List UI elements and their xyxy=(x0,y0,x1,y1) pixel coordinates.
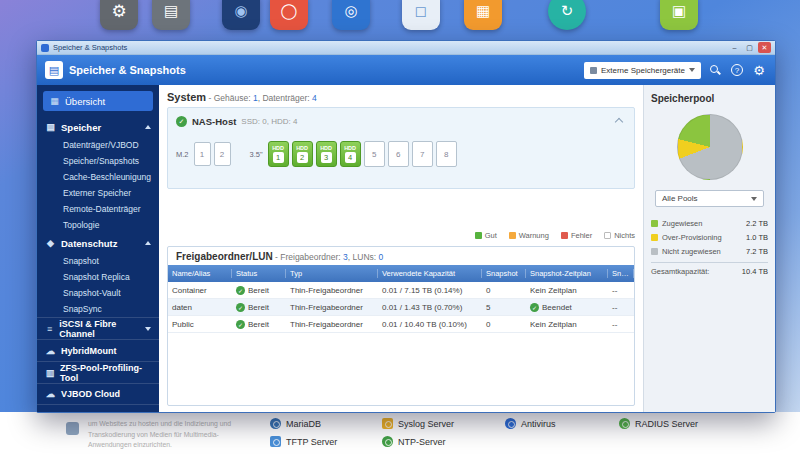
dock-icon-1[interactable] xyxy=(100,0,138,30)
background-app-icon xyxy=(66,422,79,435)
status-text: Bereit xyxy=(248,320,269,329)
allocated-swatch-icon xyxy=(651,220,658,227)
service-radius[interactable]: RADIUS Server xyxy=(619,418,698,429)
service-syslog[interactable]: Syslog Server xyxy=(382,418,454,429)
system-title: System xyxy=(167,91,206,103)
sidebar-item-zfs-pool-profiling-tool[interactable]: ZFS-Pool-Profiling-Tool xyxy=(37,361,159,383)
search-button[interactable] xyxy=(707,62,723,78)
sidebar-group-datenschutz[interactable]: Datenschutz xyxy=(37,233,159,253)
service-antivirus[interactable]: Antivirus xyxy=(505,418,556,429)
disk-slot-7[interactable]: 7 xyxy=(412,141,433,167)
service-label: TFTP Server xyxy=(286,437,337,447)
legend-zugewiesen: Zugewiesen 2.2 TB xyxy=(651,219,768,228)
sidebar-item-vjbod-cloud[interactable]: VJBOD Cloud xyxy=(37,383,159,405)
column-header-status[interactable]: Status xyxy=(232,269,286,278)
minimize-button[interactable] xyxy=(728,42,741,53)
sidebar-group-speicher[interactable]: Speicher xyxy=(37,117,159,137)
enclosure-panel: NAS-Host SSD: 0, HDD: 4 M.2 1 2 3.5" HDD… xyxy=(167,107,635,189)
sidebar-item-externer-speicher[interactable]: Externer Speicher xyxy=(37,185,159,201)
column-header-name[interactable]: Name/Alias xyxy=(168,269,232,278)
sidebar-item-snapshot[interactable]: Snapshot xyxy=(37,253,159,269)
cell-status: Bereit xyxy=(232,320,286,329)
iscsi-icon xyxy=(45,324,54,334)
hdd-slot-number: 2 xyxy=(297,152,308,163)
disk-slot-hdd-1[interactable]: HDD 1 xyxy=(268,141,289,167)
sidebar-item-label: Übersicht xyxy=(65,96,105,107)
help-button[interactable] xyxy=(729,62,745,78)
chevron-down-icon xyxy=(145,327,151,331)
gear-icon xyxy=(753,61,765,79)
service-mariadb[interactable]: MariaDB xyxy=(270,418,321,429)
folders-heading: Freigabeordner/LUN - Freigabeordner: 3, … xyxy=(168,247,634,265)
sidebar-item-iscsi-fibre-channel[interactable]: iSCSI & Fibre Channel xyxy=(37,317,159,339)
legend-gut: Gut xyxy=(475,231,497,240)
sidebar-item-datentraeger-vjbod[interactable]: Datenträger/VJBOD xyxy=(37,137,159,153)
disk-slot-m2-1[interactable]: 1 xyxy=(194,142,211,166)
settings-button[interactable] xyxy=(751,62,767,78)
disk-slot-8[interactable]: 8 xyxy=(436,141,457,167)
system-meta: - Gehäuse: xyxy=(206,93,253,103)
legend-value: 1.0 TB xyxy=(746,233,768,242)
legend-label: Nichts xyxy=(614,231,635,240)
cell-status: Bereit xyxy=(232,286,286,295)
service-label: RADIUS Server xyxy=(635,419,698,429)
sidebar-item-snapshot-replica[interactable]: Snapshot Replica xyxy=(37,269,159,285)
pool-selector[interactable]: Alle Pools xyxy=(655,190,764,207)
service-tftp[interactable]: TFTP Server xyxy=(270,436,337,447)
window-titlebar[interactable]: Speicher & Snapshots xyxy=(37,41,775,55)
column-header-typ[interactable]: Typ xyxy=(286,269,378,278)
dock-icon-4[interactable] xyxy=(270,0,308,30)
legend-value: 7.2 TB xyxy=(746,247,768,256)
legend-nichts: Nichts xyxy=(604,231,635,240)
hdd-slot-number: 3 xyxy=(321,152,332,163)
table-row[interactable]: daten Bereit Thin-Freigabeordner 0.01 / … xyxy=(168,299,634,316)
cell-type: Thin-Freigabeordner xyxy=(286,320,378,329)
sidebar-item-snapsync[interactable]: SnapSync xyxy=(37,301,159,317)
external-devices-button[interactable]: Externe Speichergeräte xyxy=(584,62,701,79)
dock-icon-5[interactable] xyxy=(332,0,370,30)
sidebar-item-remote-datentraeger[interactable]: Remote-Datenträger xyxy=(37,201,159,217)
dock-icon-9[interactable] xyxy=(660,0,698,30)
dock-icon-3[interactable] xyxy=(222,0,260,30)
dock-icon-8[interactable] xyxy=(548,0,586,30)
disk-slot-m2-2[interactable]: 2 xyxy=(214,142,231,166)
dock-icon-6[interactable] xyxy=(402,0,440,30)
data-protection-icon xyxy=(45,238,56,248)
dock-icon-2[interactable] xyxy=(152,0,190,30)
table-row[interactable]: Container Bereit Thin-Freigabeordner 0.0… xyxy=(168,282,634,299)
column-header-snapshot[interactable]: Snapshot xyxy=(482,269,526,278)
sidebar-item-cache-beschleunigung[interactable]: Cache-Beschleunigung xyxy=(37,169,159,185)
storage-icon xyxy=(45,122,56,132)
window-title: Speicher & Snapshots xyxy=(53,43,726,52)
disk-slot-hdd-3[interactable]: HDD 3 xyxy=(316,141,337,167)
column-header-replica[interactable]: Snapshot Replica xyxy=(608,269,634,278)
column-header-zeitplan[interactable]: Snapshot-Zeitplan xyxy=(526,269,608,278)
sidebar: Übersicht Speicher Datenträger/VJBOD Spe… xyxy=(37,85,159,412)
column-header-kapazitaet[interactable]: Verwendete Kapazität xyxy=(378,269,482,278)
chevron-up-icon xyxy=(145,125,151,129)
search-icon xyxy=(708,63,722,77)
hdd-slot-number: 1 xyxy=(273,152,284,163)
sidebar-item-hybridmount[interactable]: HybridMount xyxy=(37,339,159,361)
close-button[interactable] xyxy=(758,42,771,53)
sidebar-item-uebersicht[interactable]: Übersicht xyxy=(43,91,153,111)
cell-type: Thin-Freigabeordner xyxy=(286,303,378,312)
maximize-button[interactable] xyxy=(743,42,756,53)
shared-folders-panel: Freigabeordner/LUN - Freigabeordner: 3, … xyxy=(167,246,635,406)
hybridmount-icon xyxy=(45,346,56,356)
table-row[interactable]: Public Bereit Thin-Freigabeordner 0.01 /… xyxy=(168,316,634,333)
disk-slot-hdd-2[interactable]: HDD 2 xyxy=(292,141,313,167)
disk-slot-hdd-4[interactable]: HDD 4 xyxy=(340,141,361,167)
disk-slot-6[interactable]: 6 xyxy=(388,141,409,167)
tftp-icon xyxy=(270,436,281,447)
disk-slot-5[interactable]: 5 xyxy=(364,141,385,167)
collapse-chevron-icon[interactable] xyxy=(615,117,623,125)
sidebar-item-topologie[interactable]: Topologie xyxy=(37,217,159,233)
nas-host-info: SSD: 0, HDD: 4 xyxy=(241,117,297,126)
sidebar-item-speicher-snapshots[interactable]: Speicher/Snapshots xyxy=(37,153,159,169)
cell-capacity: 0.01 / 1.43 TB (0.70%) xyxy=(378,303,482,312)
service-ntp[interactable]: NTP-Server xyxy=(382,436,446,447)
app-header: Speicher & Snapshots Externe Speicherger… xyxy=(37,55,775,85)
dock-icon-7[interactable] xyxy=(464,0,502,30)
sidebar-item-snapshot-vault[interactable]: Snapshot-Vault xyxy=(37,285,159,301)
